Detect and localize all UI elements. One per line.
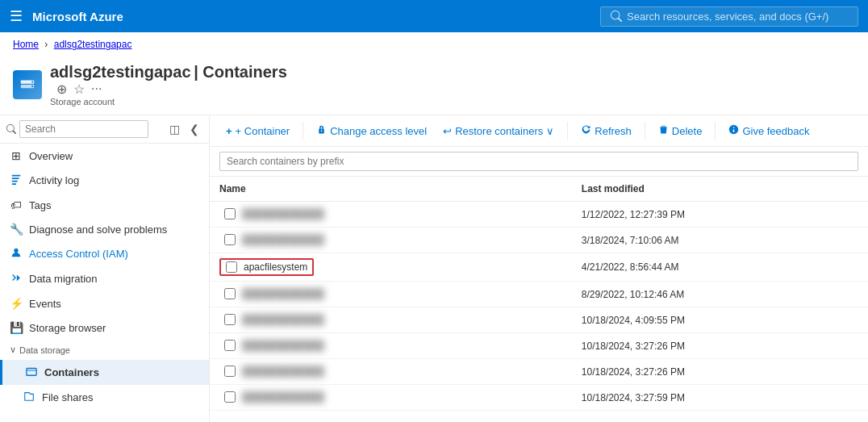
- main-layout: ◫ ❮ ⊞ Overview Activity log 🏷 Tags 🔧 Dia…: [0, 115, 868, 422]
- global-search-input[interactable]: [627, 10, 837, 23]
- data-migration-icon: [10, 272, 23, 286]
- container-name: ████████████: [242, 208, 324, 219]
- resource-separator: |: [194, 63, 202, 81]
- table-cell-last-modified: 10/18/2024, 4:09:55 PM: [572, 307, 868, 333]
- section-label: Data storage: [19, 345, 70, 355]
- table-cell-name[interactable]: ████████████: [210, 359, 572, 385]
- container-name: ████████████: [242, 288, 324, 299]
- access-control-icon: [10, 247, 23, 261]
- row-checkbox[interactable]: [224, 314, 236, 325]
- content-search: [210, 147, 868, 177]
- delete-button[interactable]: Delete: [652, 120, 709, 141]
- restore-containers-button[interactable]: ↩ Restore containers ∨: [436, 121, 561, 141]
- containers-icon: [25, 366, 38, 379]
- row-checkbox[interactable]: [224, 208, 236, 219]
- container-name: ████████████: [242, 234, 324, 245]
- table-row[interactable]: ████████████10/18/2024, 3:27:59 PM: [210, 385, 868, 411]
- sidebar-item-activity-log[interactable]: Activity log: [0, 168, 209, 193]
- sidebar-collapse-button[interactable]: ❮: [186, 121, 202, 137]
- table-row[interactable]: ████████████10/18/2024, 3:27:26 PM: [210, 359, 868, 385]
- table-cell-name[interactable]: apacfilesystem: [210, 253, 572, 282]
- table-cell-name[interactable]: ████████████: [210, 282, 572, 307]
- table-cell-last-modified: 4/21/2022, 8:56:44 AM: [572, 253, 868, 282]
- sidebar-search-input[interactable]: [19, 120, 148, 138]
- sidebar-item-label: Overview: [29, 150, 73, 162]
- sidebar-search-icon: [6, 124, 16, 134]
- sidebar-item-tags[interactable]: 🏷 Tags: [0, 193, 209, 217]
- hamburger-menu[interactable]: ☰: [10, 7, 23, 25]
- sidebar-item-label: Containers: [44, 366, 99, 378]
- tags-icon: 🏷: [10, 198, 23, 211]
- more-icon[interactable]: ···: [91, 81, 102, 97]
- sidebar-controls: ◫ ❮: [166, 121, 202, 137]
- sidebar-item-events[interactable]: ⚡ Events: [0, 291, 209, 315]
- container-name: ████████████: [242, 314, 324, 325]
- table-cell-last-modified: 10/18/2024, 3:27:26 PM: [572, 333, 868, 359]
- sidebar-item-label: Storage browser: [29, 322, 106, 334]
- give-feedback-button[interactable]: Give feedback: [722, 120, 816, 141]
- sidebar-item-access-control[interactable]: Access Control (IAM): [0, 241, 209, 266]
- change-access-button[interactable]: Change access level: [310, 120, 433, 141]
- overview-icon: ⊞: [10, 149, 23, 162]
- refresh-button[interactable]: Refresh: [574, 120, 638, 141]
- column-name[interactable]: Name: [210, 177, 572, 202]
- row-checkbox[interactable]: [224, 288, 236, 299]
- sidebar-item-label: Access Control (IAM): [29, 248, 128, 260]
- table-cell-name[interactable]: ████████████: [210, 385, 572, 411]
- table-row[interactable]: apacfilesystem4/21/2022, 8:56:44 AM: [210, 253, 868, 282]
- table-row[interactable]: ████████████10/18/2024, 3:27:26 PM: [210, 333, 868, 359]
- row-checkbox[interactable]: [224, 391, 236, 403]
- favorite-icon[interactable]: ☆: [73, 81, 85, 97]
- resource-page-name: Containers: [202, 63, 286, 81]
- resource-header: adlsg2testingapac | Containers ⊕ ☆ ··· S…: [0, 56, 868, 115]
- table-cell-last-modified: 8/29/2022, 10:12:46 AM: [572, 282, 868, 307]
- sidebar-search-bar: ◫ ❮: [0, 115, 209, 144]
- toolbar-divider-2: [567, 122, 568, 140]
- column-last-modified[interactable]: Last modified: [572, 177, 868, 202]
- toolbar-divider-1: [303, 122, 303, 140]
- table-cell-name[interactable]: ████████████: [210, 228, 572, 253]
- table-row[interactable]: ████████████1/12/2022, 12:27:39 PM: [210, 202, 868, 228]
- pin-icon[interactable]: ⊕: [56, 81, 67, 97]
- svg-rect-4: [12, 175, 21, 177]
- table-row[interactable]: ████████████3/18/2024, 7:10:06 AM: [210, 228, 868, 253]
- row-checkbox[interactable]: [224, 366, 236, 377]
- row-checkbox[interactable]: [224, 234, 236, 245]
- data-storage-section[interactable]: ∨ Data storage: [0, 340, 209, 360]
- table-header: Name Last modified: [210, 177, 868, 202]
- content-search-input[interactable]: [219, 152, 858, 171]
- table-cell-name[interactable]: ████████████: [210, 202, 572, 228]
- breadcrumb-home[interactable]: Home: [13, 39, 39, 50]
- activity-log-icon: [10, 173, 23, 187]
- table-row[interactable]: ████████████10/18/2024, 4:09:55 PM: [210, 307, 868, 333]
- chevron-down-icon: ∨: [10, 345, 16, 355]
- svg-point-2: [31, 81, 33, 83]
- container-name: ████████████: [242, 391, 324, 403]
- table-cell-last-modified: 3/18/2024, 7:10:06 AM: [572, 228, 868, 253]
- table-cell-name[interactable]: ████████████: [210, 333, 572, 359]
- table-cell-name[interactable]: ████████████: [210, 307, 572, 333]
- resource-actions: ⊕ ☆ ···: [56, 81, 287, 97]
- sidebar-item-storage-browser[interactable]: 💾 Storage browser: [0, 315, 209, 340]
- sidebar-adjust-button[interactable]: ◫: [166, 121, 183, 137]
- add-icon: +: [226, 125, 232, 137]
- sidebar-item-label: Events: [29, 298, 61, 310]
- sidebar-item-file-shares[interactable]: File shares: [0, 385, 209, 410]
- global-search-bar[interactable]: [600, 6, 858, 27]
- row-checkbox[interactable]: [226, 261, 237, 273]
- breadcrumb-resource[interactable]: adlsg2testingapac: [54, 39, 132, 50]
- table-row[interactable]: ████████████8/29/2022, 10:12:46 AM: [210, 282, 868, 307]
- delete-icon: [658, 124, 669, 137]
- table-cell-last-modified: 10/18/2024, 3:27:59 PM: [572, 385, 868, 411]
- events-icon: ⚡: [10, 297, 23, 310]
- sidebar-item-containers[interactable]: Containers: [0, 360, 209, 385]
- resource-icon: [13, 70, 42, 99]
- row-checkbox[interactable]: [224, 340, 236, 351]
- sidebar-item-diagnose[interactable]: 🔧 Diagnose and solve problems: [0, 217, 209, 241]
- containers-table: Name Last modified ████████████1/12/2022…: [210, 177, 868, 411]
- add-container-button[interactable]: + + Container: [219, 121, 296, 141]
- sidebar-item-label: Tags: [29, 199, 51, 211]
- sidebar-item-overview[interactable]: ⊞ Overview: [0, 144, 209, 168]
- breadcrumb: Home › adlsg2testingapac: [0, 32, 868, 56]
- sidebar-item-data-migration[interactable]: Data migration: [0, 266, 209, 291]
